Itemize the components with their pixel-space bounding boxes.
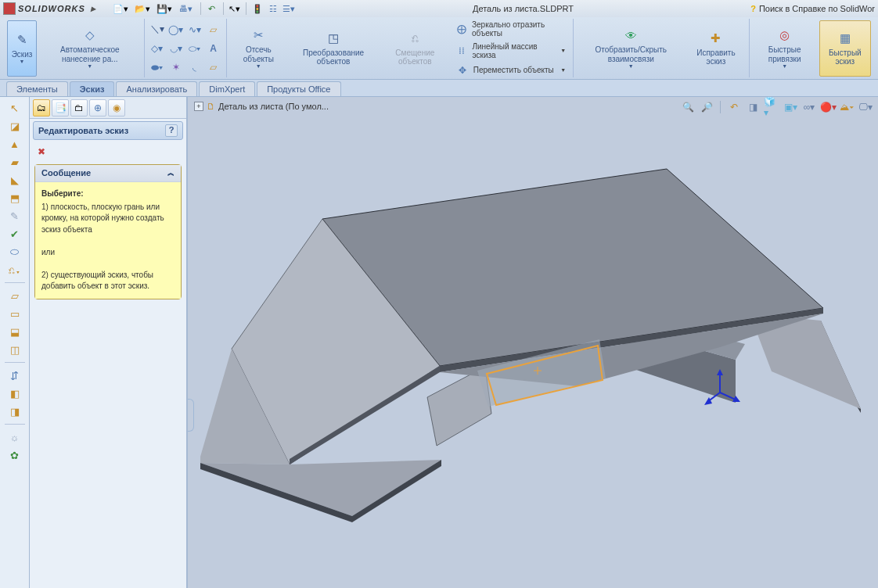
polygon-icon[interactable]: ◇▾ [149, 40, 166, 57]
feature5-icon[interactable]: ⬒ [7, 190, 23, 206]
convert-icon: ◳ [326, 30, 341, 46]
feature2-icon[interactable]: ▲ [7, 136, 23, 152]
feature13-icon[interactable]: ◫ [7, 342, 23, 357]
snaps-icon: ◎ [777, 27, 793, 43]
cancel-button[interactable]: ✖ [34, 145, 49, 159]
feature11-icon[interactable]: ▭ [7, 306, 23, 321]
fm-action-row: ✖ [30, 142, 186, 161]
tab-office[interactable]: Продукты Office [257, 81, 340, 96]
feature10-icon[interactable]: ▱ [7, 288, 23, 303]
feature8-icon[interactable]: ⬭ [7, 244, 23, 260]
feature12-icon[interactable]: ⬓ [7, 324, 23, 339]
app-menu-arrow-icon[interactable]: ▶ [91, 5, 96, 13]
trim-button[interactable]: ✂ Отсечь объекты ▼ [231, 20, 287, 77]
command-manager-tabs: Элементы Эскиз Анализировать DimXpert Пр… [0, 80, 878, 97]
rectangle-icon[interactable]: ▱ [205, 21, 222, 38]
qat-separator [246, 2, 246, 15]
fm-tab-dimxpert-icon[interactable]: ⊕ [89, 99, 106, 117]
feature3-icon[interactable]: ▰ [7, 154, 23, 170]
plane-icon[interactable]: ▱ [205, 59, 222, 76]
message-box: Сообщение ︽ Выберите: 1) плоскость, плос… [34, 164, 182, 299]
feature-manager-panel: 🗂 📑 🗀 ⊕ ◉ Редактировать эскиз ? ✖ Сообще… [30, 97, 188, 588]
dimension-icon: ◇ [82, 27, 98, 43]
fillet-icon[interactable]: ◟ [186, 59, 203, 76]
linear-pattern-button[interactable]: ⁞⁞Линейный массив эскиза▼ [453, 41, 570, 61]
ribbon-group-sketch: ✎ Эскиз ▼ ◇ Автоматическое нанесение ра.… [3, 19, 145, 77]
feature15-icon[interactable]: ◧ [7, 385, 23, 401]
options-button[interactable]: ☷ [266, 2, 280, 16]
convert-button[interactable]: ◳ Преобразование объектов [290, 20, 377, 77]
undo-button[interactable]: ↶ [205, 2, 219, 16]
mirror-button[interactable]: ⨁Зеркально отразить объекты [453, 19, 570, 39]
spline-icon[interactable]: ∿▾ [186, 21, 203, 38]
app-name: SOLIDWORKS [18, 4, 85, 13]
display-relations-button[interactable]: 👁 Отобразить/Скрыть взаимосвязи ▼ [578, 20, 684, 77]
new-document-button[interactable]: 📄▾ [110, 2, 131, 16]
print-button[interactable]: 🖶▾ [176, 2, 196, 16]
rebuild-button[interactable]: 🚦 [250, 2, 264, 16]
relations-icon: 👁 [623, 27, 639, 43]
feature16-icon[interactable]: ◨ [7, 403, 23, 419]
feature14-icon[interactable]: ⇵ [7, 368, 23, 383]
fm-tab-property-icon[interactable]: 📑 [52, 99, 69, 117]
tab-evaluate[interactable]: Анализировать [116, 81, 197, 96]
message-header[interactable]: Сообщение ︽ [35, 165, 181, 182]
help-search[interactable]: ? Поиск в Справке по SolidWor [750, 4, 875, 13]
feature9-icon[interactable]: ⎌▾ [7, 262, 23, 278]
sketch-entity-grid: ＼▾ ◯▾ ∿▾ ▱ ◇▾ ◡▾ ⬭▾ A ⬬▾ ✶ ◟ ▱ [149, 21, 222, 76]
linear-pattern-icon: ⁞⁞ [456, 45, 468, 57]
select-tool-icon[interactable]: ↖ [7, 100, 23, 116]
text-icon[interactable]: A [205, 40, 222, 57]
help-button[interactable]: ? [165, 124, 178, 137]
repair-sketch-button[interactable]: ✚ Исправить эскиз [687, 20, 744, 77]
graphics-viewport[interactable]: + 🗋 Деталь из листа (По умол... 🔍 🔎 ↶ ◨ … [188, 97, 878, 588]
point-icon[interactable]: ✶ [167, 59, 185, 76]
app-logo[interactable]: SOLIDWORKS ▶ [3, 2, 96, 15]
move-button[interactable]: ✥Переместить объекты▼ [453, 63, 570, 78]
sketch-button[interactable]: ✎ Эскиз ▼ [7, 20, 37, 77]
fm-tab-display-icon[interactable]: ◉ [108, 99, 125, 117]
tab-sketch[interactable]: Эскиз [70, 81, 115, 96]
tab-dimxpert[interactable]: DimXpert [199, 81, 255, 96]
arc-icon[interactable]: ◡▾ [167, 40, 185, 57]
save-button[interactable]: 💾▾ [154, 2, 175, 16]
collapse-icon[interactable]: ︽ [167, 168, 175, 178]
fm-tab-config-icon[interactable]: 🗀 [70, 99, 88, 117]
ribbon-group-relations: 👁 Отобразить/Скрыть взаимосвязи ▼ ✚ Испр… [574, 19, 749, 77]
fm-tab-tree-icon[interactable]: 🗂 [33, 99, 50, 117]
ribbon-group-snaps: ◎ Быстрые привязки ▼ ▦ Быстрый эскиз [750, 19, 875, 77]
select-button[interactable]: ↖▾ [228, 2, 242, 16]
fm-header-label: Редактировать эскиз [38, 126, 128, 135]
feature17-icon[interactable]: ☼ [7, 429, 23, 445]
message-body: Выберите: 1) плоскость, плоскую грань ил… [35, 182, 181, 299]
tab-features[interactable]: Элементы [6, 81, 68, 96]
fm-tabs: 🗂 📑 🗀 ⊕ ◉ [30, 97, 186, 119]
feature4-icon[interactable]: ◣ [7, 172, 23, 188]
feature18-icon[interactable]: ✿ [7, 447, 23, 463]
rapid-sketch-button[interactable]: ▦ Быстрый эскиз [819, 20, 871, 77]
slot-icon[interactable]: ⬬▾ [149, 59, 166, 76]
feature7-icon[interactable]: ✔ [7, 226, 23, 242]
solidworks-icon [3, 2, 16, 15]
trim-icon: ✂ [250, 27, 266, 43]
open-document-button[interactable]: 📂▾ [132, 2, 153, 16]
offset-button[interactable]: ⎌ Смещение объектов [380, 20, 450, 77]
settings-button[interactable]: ☰▾ [282, 2, 296, 16]
toolbar-separator [5, 282, 25, 283]
qat-separator [200, 2, 201, 15]
search-label: Поиск в Справке по SolidWor [759, 4, 875, 13]
qat-separator [223, 2, 224, 15]
left-toolbar: ↖ ◪ ▲ ▰ ◣ ⬒ ✎ ✔ ⬭ ⎌▾ ▱ ▭ ⬓ ◫ ⇵ ◧ ◨ ☼ ✿ [0, 97, 30, 588]
title-bar: SOLIDWORKS ▶ 📄▾ 📂▾ 💾▾ 🖶▾ ↶ ↖▾ 🚦 ☷ ☰▾ Дет… [0, 0, 878, 17]
line-icon[interactable]: ＼▾ [149, 21, 166, 38]
feature1-icon[interactable]: ◪ [7, 118, 23, 134]
quick-snaps-button[interactable]: ◎ Быстрые привязки ▼ [754, 20, 816, 77]
circle-icon[interactable]: ◯▾ [167, 21, 185, 38]
ellipse-icon[interactable]: ⬭▾ [186, 40, 203, 57]
feature6-icon[interactable]: ✎ [7, 208, 23, 224]
offset-icon: ⎌ [407, 30, 423, 46]
help-icon: ? [750, 4, 756, 13]
smart-dimension-button[interactable]: ◇ Автоматическое нанесение ра... ▼ [40, 20, 140, 77]
fm-panel-header: Редактировать эскиз ? [33, 121, 183, 140]
sketch-icon: ✎ [14, 32, 30, 48]
